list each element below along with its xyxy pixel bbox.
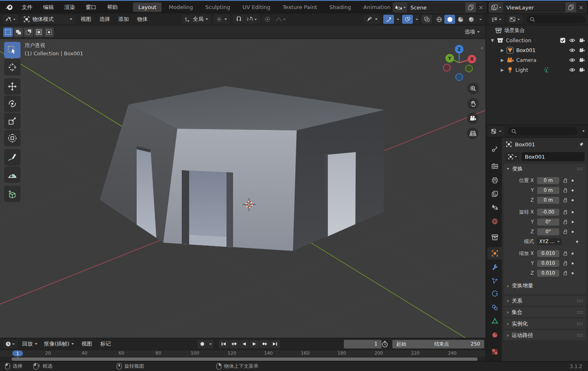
- zoom-button[interactable]: [467, 83, 479, 94]
- box001-disclosure-icon[interactable]: ▶: [499, 48, 505, 52]
- lock-icon[interactable]: [563, 209, 568, 214]
- panel-grip-icon[interactable]: [577, 167, 583, 171]
- viewlayer-icon[interactable]: [489, 2, 503, 12]
- location-y-field[interactable]: 0 m: [537, 187, 559, 194]
- snap-target-dropdown[interactable]: [244, 15, 259, 24]
- tool-cursor[interactable]: [4, 59, 21, 75]
- record-dropdown[interactable]: [208, 340, 213, 348]
- record-button[interactable]: [197, 340, 207, 348]
- pan-hand-button[interactable]: [467, 98, 479, 109]
- show-gizmo-toggle[interactable]: [383, 15, 394, 24]
- outliner-filter-button[interactable]: [507, 15, 523, 24]
- tool-measure[interactable]: [4, 166, 21, 183]
- render-visibility-icon[interactable]: [579, 68, 585, 72]
- sidebar-collapse-arrow[interactable]: ‹: [480, 45, 483, 51]
- ortho-perspective-button[interactable]: [467, 127, 478, 139]
- light-disclosure-icon[interactable]: ▶: [499, 68, 505, 72]
- workspace-tab-modeling[interactable]: Modeling: [163, 2, 198, 12]
- timeline-editor-type-button[interactable]: [2, 339, 18, 348]
- outliner-display-mode-button[interactable]: [489, 15, 504, 24]
- animate-dot[interactable]: [572, 211, 574, 213]
- lock-icon[interactable]: [563, 188, 568, 193]
- lock-icon[interactable]: [563, 219, 568, 224]
- viewlayer-name[interactable]: ViewLayer: [503, 5, 565, 11]
- outliner-row-collection[interactable]: ▼ Collection: [486, 35, 588, 45]
- lock-icon[interactable]: [563, 271, 568, 275]
- shading-material-toggle[interactable]: [455, 15, 466, 24]
- editor-type-button[interactable]: [2, 15, 18, 24]
- collection-checkbox[interactable]: [560, 38, 565, 43]
- animate-dot[interactable]: [572, 272, 574, 274]
- tool-options-dropdown[interactable]: 选项: [464, 28, 480, 36]
- outliner-search-input[interactable]: [526, 15, 586, 23]
- previous-keyframe-button[interactable]: [229, 340, 239, 348]
- properties-editor-type-button[interactable]: [488, 127, 504, 136]
- instancing-panel[interactable]: ›实例化: [503, 319, 586, 329]
- workspace-tab-sculpting[interactable]: Sculpting: [200, 2, 236, 12]
- outliner-row-box001[interactable]: ▶ Box001: [486, 45, 588, 55]
- timeline-marker-menu[interactable]: 标记: [96, 340, 115, 348]
- next-keyframe-button[interactable]: [260, 340, 270, 348]
- tab-object-data[interactable]: [487, 315, 502, 327]
- tab-view-layer[interactable]: [487, 188, 502, 200]
- menu-view[interactable]: 视图: [76, 16, 95, 23]
- select-mode-extend-button[interactable]: [14, 27, 23, 37]
- animate-dot[interactable]: [572, 221, 574, 223]
- jump-to-start-button[interactable]: [219, 340, 229, 348]
- transform-panel-header[interactable]: 变换: [503, 164, 586, 174]
- rotation-y-field[interactable]: 0°: [537, 219, 559, 225]
- mode-dropdown[interactable]: 物体模式: [21, 15, 75, 24]
- select-mode-intersect-button[interactable]: [44, 27, 54, 37]
- camera-disclosure-icon[interactable]: ▶: [499, 58, 505, 62]
- rotation-x-field[interactable]: -0.00: [537, 209, 559, 216]
- scale-z-field[interactable]: 0.010: [537, 270, 559, 277]
- tab-material[interactable]: [487, 329, 502, 341]
- panel-grip-icon[interactable]: [577, 311, 583, 314]
- eye-icon[interactable]: [569, 38, 575, 43]
- animate-dot[interactable]: [572, 253, 574, 255]
- location-z-field[interactable]: 0 m: [537, 197, 559, 204]
- lock-icon[interactable]: [563, 198, 568, 203]
- jump-to-end-button[interactable]: [270, 340, 280, 348]
- eye-icon[interactable]: [569, 48, 575, 52]
- render-visibility-icon[interactable]: [579, 58, 585, 62]
- tab-particles[interactable]: [487, 275, 502, 287]
- scale-x-field[interactable]: 0.010: [537, 250, 559, 257]
- motion-paths-panel[interactable]: ›运动路径: [503, 330, 586, 340]
- render-visibility-icon[interactable]: [579, 38, 585, 43]
- tool-add-cube[interactable]: [4, 186, 21, 202]
- panel-grip-icon[interactable]: [577, 299, 583, 303]
- menu-edit[interactable]: 编辑: [38, 1, 59, 14]
- select-mode-invert-button[interactable]: [34, 27, 43, 37]
- lock-icon[interactable]: [563, 229, 568, 234]
- transform-orientation-dropdown[interactable]: 全局: [182, 15, 211, 24]
- proportional-editing-icon[interactable]: [262, 15, 273, 24]
- tab-modifiers[interactable]: [487, 261, 502, 273]
- delta-transform-subpanel[interactable]: ›变换增量: [503, 280, 586, 291]
- shading-solid-toggle[interactable]: [444, 15, 455, 24]
- workspace-tab-layout[interactable]: Layout: [133, 2, 162, 12]
- tab-scene[interactable]: [487, 201, 502, 213]
- select-mode-subtract-button[interactable]: [24, 27, 33, 37]
- model-box001[interactable]: [100, 86, 385, 251]
- tool-select-box[interactable]: [4, 42, 21, 58]
- viewlayer-copy-button[interactable]: [565, 2, 576, 12]
- scene-copy-button[interactable]: [465, 2, 476, 12]
- pivot-point-dropdown[interactable]: [213, 15, 230, 24]
- eye-icon[interactable]: [569, 68, 575, 72]
- object-id-icon-button[interactable]: [505, 152, 520, 161]
- tool-scale[interactable]: [4, 113, 21, 129]
- eye-icon[interactable]: [569, 58, 575, 62]
- tab-tool[interactable]: [487, 143, 502, 155]
- tool-rotate[interactable]: [4, 96, 21, 112]
- menu-file[interactable]: 文件: [16, 1, 38, 14]
- object-name-input[interactable]: Box001: [522, 152, 585, 161]
- play-reverse-button[interactable]: [239, 340, 249, 348]
- tool-annotate[interactable]: [4, 149, 21, 166]
- tab-collection[interactable]: [487, 231, 502, 244]
- tab-output[interactable]: [487, 174, 502, 187]
- tool-transform[interactable]: [4, 130, 21, 146]
- scene-icon[interactable]: [393, 2, 407, 12]
- animate-dot[interactable]: [572, 199, 574, 201]
- properties-filter-dropdown[interactable]: [582, 130, 585, 132]
